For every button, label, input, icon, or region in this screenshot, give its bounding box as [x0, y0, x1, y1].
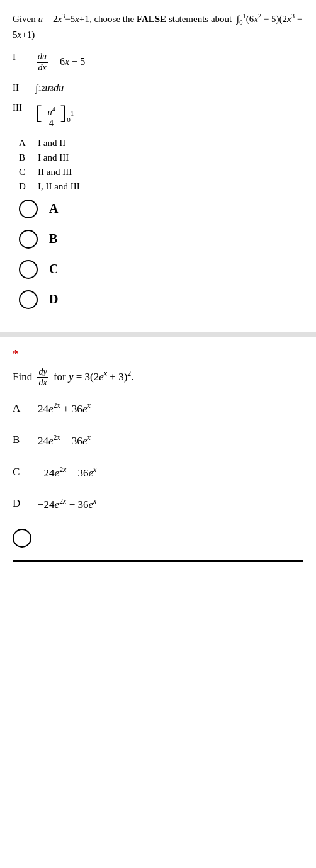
choice-B: B I and III	[19, 152, 303, 163]
statement-III: III [ u4 4 ]01	[13, 103, 303, 129]
question-1: Given u = 2x3−5x+1, choose the FALSE sta…	[0, 0, 316, 327]
question-2-prompt: Find dy dx for y = 3(2ex + 3)2.	[13, 366, 303, 388]
radio-C-label: C	[49, 262, 58, 276]
choice-C-letter: C	[19, 167, 38, 178]
bottom-divider	[13, 560, 303, 562]
choices-list: A I and II B I and III C II and III D I,…	[19, 138, 303, 192]
choice-C-text: II and III	[38, 167, 72, 178]
answer-A-math: 24e2x + 36ex	[38, 401, 91, 415]
statement-II: II ∫12 u3du	[13, 82, 303, 94]
answer-D-letter: D	[13, 497, 38, 510]
radio-D-label: D	[49, 292, 58, 307]
answer-B: B 24e2x − 36ex	[13, 433, 303, 448]
radio-row-B[interactable]: B	[19, 230, 303, 249]
answer-A-letter: A	[13, 402, 38, 415]
required-star: *	[0, 342, 316, 361]
radio-row-A[interactable]: A	[19, 200, 303, 218]
radio-q2-option[interactable]	[13, 529, 31, 548]
answer-A: A 24e2x + 36ex	[13, 401, 303, 415]
radio-B-label: B	[49, 232, 57, 246]
answer-C: C −24e2x + 36ex	[13, 465, 303, 480]
radio-row-D[interactable]: D	[19, 290, 303, 309]
statement-I: I du dx = 6x − 5	[13, 52, 303, 74]
choice-D: D I, II and III	[19, 181, 303, 192]
choice-B-letter: B	[19, 152, 38, 163]
roman-I-label: I	[13, 52, 35, 62]
radio-A-label: A	[49, 201, 58, 216]
choice-A-letter: A	[19, 138, 38, 149]
choice-A-text: I and II	[38, 138, 65, 149]
roman-II-content: ∫12 u3du	[35, 82, 64, 94]
choice-A: A I and II	[19, 138, 303, 149]
roman-I-content: du dx = 6x − 5	[35, 52, 85, 74]
radio-row-q2[interactable]	[13, 529, 303, 548]
choice-C: C II and III	[19, 167, 303, 178]
radio-row-C[interactable]: C	[19, 260, 303, 279]
roman-II-label: II	[13, 82, 35, 93]
question-1-prompt: Given u = 2x3−5x+1, choose the FALSE sta…	[13, 11, 303, 42]
radio-D[interactable]	[19, 290, 38, 309]
answer-D-math: −24e2x − 36ex	[38, 497, 96, 511]
roman-III-label: III	[13, 103, 35, 113]
answer-B-letter: B	[13, 434, 38, 446]
answer-D: D −24e2x − 36ex	[13, 497, 303, 511]
answer-C-letter: C	[13, 466, 38, 478]
question-2: Find dy dx for y = 3(2ex + 3)2. A 24e2x …	[0, 361, 316, 554]
answer-C-math: −24e2x + 36ex	[38, 465, 96, 480]
radio-C[interactable]	[19, 260, 38, 279]
radio-A[interactable]	[19, 200, 38, 218]
radio-options-q1: A B C D	[19, 200, 303, 309]
radio-B[interactable]	[19, 230, 38, 249]
section-divider	[0, 332, 316, 337]
choice-B-text: I and III	[38, 152, 69, 163]
answer-B-math: 24e2x − 36ex	[38, 433, 91, 448]
roman-III-content: [ u4 4 ]01	[35, 103, 74, 129]
choice-D-text: I, II and III	[38, 181, 80, 192]
choice-D-letter: D	[19, 181, 38, 192]
